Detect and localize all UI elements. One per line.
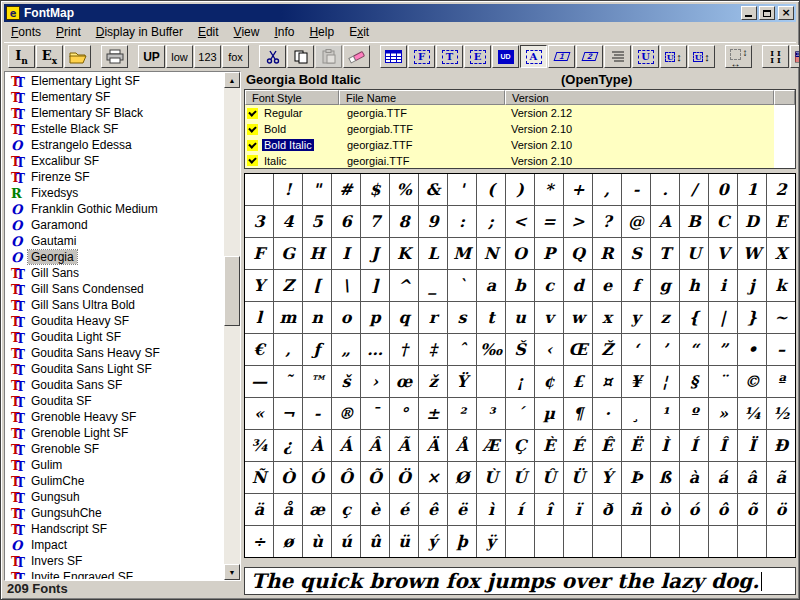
insert-chars-button[interactable]: In bbox=[8, 45, 35, 68]
glyph-cell[interactable]: r bbox=[419, 302, 447, 333]
close-button[interactable]: × bbox=[778, 6, 794, 20]
glyph-cell[interactable]: ž bbox=[419, 366, 447, 397]
glyph-cell[interactable]: A bbox=[651, 206, 679, 237]
glyph-cell[interactable]: – bbox=[767, 334, 795, 365]
glyph-cell[interactable]: ë bbox=[448, 494, 476, 525]
glyph-cell[interactable]: ‘ bbox=[622, 334, 650, 365]
font-list-item[interactable]: TTGoudita SF bbox=[6, 393, 224, 409]
glyph-cell[interactable]: Ž bbox=[593, 334, 621, 365]
glyph-cell[interactable]: û bbox=[361, 526, 389, 557]
font-list-item[interactable]: TTInvite Engraved SF bbox=[6, 569, 224, 579]
glyph-cell[interactable]: ü bbox=[390, 526, 418, 557]
sample-word-button[interactable]: fox bbox=[222, 45, 249, 68]
glyph-cell[interactable]: Á bbox=[332, 430, 360, 461]
glyph-cell[interactable]: ˜ bbox=[274, 366, 302, 397]
glyph-cell[interactable]: ¨ bbox=[709, 366, 737, 397]
glyph-cell[interactable]: ’ bbox=[651, 334, 679, 365]
glyph-cell[interactable]: f bbox=[622, 270, 650, 301]
font-list-item[interactable]: TTExcalibur SF bbox=[6, 153, 224, 169]
resize-grid-button[interactable]: ↕↔ bbox=[725, 45, 752, 68]
minimize-button[interactable] bbox=[741, 6, 757, 20]
glyph-cell[interactable]: b bbox=[506, 270, 534, 301]
glyph-cell[interactable]: Z bbox=[274, 270, 302, 301]
glyph-cell[interactable]: ï bbox=[564, 494, 592, 525]
glyph-cell[interactable]: ô bbox=[709, 494, 737, 525]
glyph-cell[interactable]: é bbox=[390, 494, 418, 525]
glyph-cell[interactable]: [ bbox=[303, 270, 331, 301]
glyph-cell[interactable]: “ bbox=[680, 334, 708, 365]
glyph-cell[interactable]: — bbox=[245, 366, 273, 397]
glyph-cell[interactable]: £ bbox=[564, 366, 592, 397]
glyph-cell[interactable]: Ð bbox=[767, 430, 795, 461]
glyph-cell[interactable]: Ä bbox=[419, 430, 447, 461]
glyph-cell[interactable]: 8 bbox=[390, 206, 418, 237]
glyph-cell[interactable]: 0 bbox=[709, 174, 737, 205]
glyph-cell[interactable]: E bbox=[767, 206, 795, 237]
style-row[interactable]: Italic bbox=[245, 153, 339, 168]
glyph-cell[interactable]: ^ bbox=[390, 270, 418, 301]
glyph-cell[interactable]: á bbox=[709, 462, 737, 493]
font-list-item[interactable]: TTGungsuh bbox=[6, 489, 224, 505]
glyph-cell[interactable]: Õ bbox=[361, 462, 389, 493]
glyph-cell[interactable]: ƒ bbox=[303, 334, 331, 365]
view-u-button[interactable]: U bbox=[632, 45, 659, 68]
glyph-cell[interactable]: 7 bbox=[361, 206, 389, 237]
font-list-item[interactable]: TTGrenoble Heavy SF bbox=[6, 409, 224, 425]
glyph-cell[interactable]: ° bbox=[390, 398, 418, 429]
slant-2-button[interactable]: 2 bbox=[576, 45, 603, 68]
glyph-cell[interactable]: P bbox=[535, 238, 563, 269]
scrollbar-thumb[interactable] bbox=[224, 256, 240, 326]
glyph-cell[interactable]: Œ bbox=[564, 334, 592, 365]
glyph-cell[interactable]: „ bbox=[332, 334, 360, 365]
font-list-item[interactable]: OGeorgia bbox=[6, 249, 224, 265]
glyph-cell[interactable]: l bbox=[245, 302, 273, 333]
cut-button[interactable] bbox=[259, 45, 286, 68]
glyph-cell[interactable]: . bbox=[651, 174, 679, 205]
glyph-cell[interactable]: × bbox=[419, 462, 447, 493]
view-t-button[interactable]: T bbox=[436, 45, 463, 68]
view-e-button[interactable]: E bbox=[464, 45, 491, 68]
font-list-item[interactable]: TTGoudita Sans SF bbox=[6, 377, 224, 393]
font-list-item[interactable]: OEstrangelo Edessa bbox=[6, 137, 224, 153]
glyph-cell[interactable]: ¼ bbox=[738, 398, 766, 429]
glyph-cell[interactable]: Ñ bbox=[245, 462, 273, 493]
glyph-cell[interactable]: N bbox=[477, 238, 505, 269]
glyph-cell[interactable]: Â bbox=[361, 430, 389, 461]
glyph-cell[interactable]: M bbox=[448, 238, 476, 269]
font-list-item[interactable]: TTGrenoble SF bbox=[6, 441, 224, 457]
glyph-cell[interactable]: Þ bbox=[622, 462, 650, 493]
glyph-cell[interactable]: R bbox=[593, 238, 621, 269]
glyph-cell[interactable]: Ò bbox=[274, 462, 302, 493]
glyph-cell[interactable]: Î bbox=[709, 430, 737, 461]
glyph-cell[interactable]: 3 bbox=[245, 206, 273, 237]
column-header-file-name[interactable]: File Name bbox=[339, 90, 505, 105]
glyph-cell[interactable]: ì bbox=[477, 494, 505, 525]
glyph-cell[interactable]: X bbox=[767, 238, 795, 269]
glyph-cell[interactable]: » bbox=[709, 398, 737, 429]
glyph-cell[interactable] bbox=[767, 526, 795, 557]
glyph-cell[interactable]: T bbox=[651, 238, 679, 269]
glyph-cell[interactable]: j bbox=[738, 270, 766, 301]
glyph-cell[interactable]: ™ bbox=[303, 366, 331, 397]
scroll-down-button[interactable]: ▼ bbox=[224, 564, 240, 580]
glyph-cell[interactable]: ý bbox=[419, 526, 447, 557]
glyph-cell[interactable]: æ bbox=[303, 494, 331, 525]
view-a-button[interactable]: A bbox=[520, 45, 547, 68]
glyph-cell[interactable]: $ bbox=[361, 174, 389, 205]
glyph-cell[interactable]: ± bbox=[419, 398, 447, 429]
glyph-cell[interactable]: * bbox=[535, 174, 563, 205]
glyph-cell[interactable]: Ù bbox=[477, 462, 505, 493]
glyph-cell[interactable]: ” bbox=[709, 334, 737, 365]
paste-button[interactable] bbox=[315, 45, 342, 68]
style-name[interactable]: Italic bbox=[262, 155, 289, 167]
glyph-cell[interactable]: ß bbox=[651, 462, 679, 493]
glyph-cell[interactable]: { bbox=[680, 302, 708, 333]
glyph-cell[interactable]: m bbox=[274, 302, 302, 333]
glyph-cell[interactable]: à bbox=[680, 462, 708, 493]
glyph-cell[interactable]: v bbox=[535, 302, 563, 333]
glyph-cell[interactable]: # bbox=[332, 174, 360, 205]
glyph-cell[interactable]: D bbox=[738, 206, 766, 237]
menu-item-fonts[interactable]: Fonts bbox=[4, 23, 49, 41]
glyph-cell[interactable]: † bbox=[390, 334, 418, 365]
glyph-cell[interactable]: • bbox=[738, 334, 766, 365]
